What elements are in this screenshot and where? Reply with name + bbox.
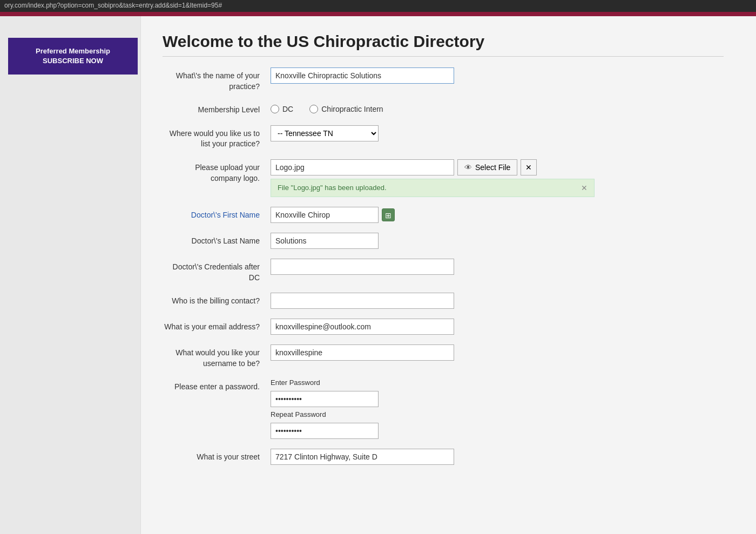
password-field: Enter Password Repeat Password xyxy=(271,378,595,439)
last-name-field xyxy=(271,233,595,249)
username-input[interactable] xyxy=(271,344,454,361)
subscribe-button[interactable]: Preferred Membership SUBSCRIBE NOW xyxy=(8,38,138,75)
last-name-input[interactable] xyxy=(271,233,379,249)
logo-upload-label: Please upload your company logo. xyxy=(163,159,271,184)
repeat-password-input[interactable] xyxy=(271,423,379,439)
username-field xyxy=(271,344,595,361)
credentials-input[interactable] xyxy=(271,259,454,275)
select-file-button[interactable]: 👁 Select File xyxy=(457,159,517,175)
billing-field xyxy=(271,293,595,309)
membership-level-field: DC Chiropractic Intern xyxy=(271,102,595,113)
username-label: What would you like your username to be? xyxy=(163,344,271,369)
billing-label: Who is the billing contact? xyxy=(163,293,271,307)
last-name-row: Doctor\'s Last Name xyxy=(163,233,724,249)
street-field xyxy=(271,449,595,465)
practice-name-input[interactable] xyxy=(271,67,454,84)
practice-name-field xyxy=(271,67,595,84)
credentials-row: Doctor\'s Credentials after DC xyxy=(163,259,724,283)
email-input[interactable] xyxy=(271,319,454,335)
last-name-label: Doctor\'s Last Name xyxy=(163,233,271,247)
first-name-label: Doctor\'s First Name xyxy=(163,207,271,221)
clear-file-button[interactable]: ✕ xyxy=(521,159,537,175)
logo-upload-field: 👁 Select File ✕ File "Logo.jpg" has been… xyxy=(271,159,595,197)
logo-filename-input[interactable] xyxy=(271,159,454,175)
billing-input[interactable] xyxy=(271,293,454,309)
top-bar xyxy=(0,12,756,16)
radio-dc-input[interactable] xyxy=(271,105,279,113)
password-label: Please enter a password. xyxy=(163,378,271,393)
tooltip-icon[interactable]: ⊞ xyxy=(382,208,395,221)
location-label: Where would you like us to list your pra… xyxy=(163,125,271,150)
email-row: What is your email address? xyxy=(163,319,724,335)
sidebar: Preferred Membership SUBSCRIBE NOW xyxy=(0,16,140,534)
membership-level-label: Membership Level xyxy=(163,102,271,116)
repeat-password-label: Repeat Password xyxy=(271,410,595,418)
first-name-input[interactable] xyxy=(271,207,379,223)
first-name-field: ⊞ xyxy=(271,207,595,223)
street-label: What is your street xyxy=(163,449,271,463)
radio-intern[interactable]: Chiropractic Intern xyxy=(309,105,383,113)
logo-upload-row: Please upload your company logo. 👁 Selec… xyxy=(163,159,724,197)
url-bar: ory.com/index.php?option=com_sobipro&tas… xyxy=(0,0,756,12)
location-field: -- Tennessee TN xyxy=(271,125,595,141)
state-select[interactable]: -- Tennessee TN xyxy=(271,125,379,141)
street-row: What is your street xyxy=(163,449,724,465)
upload-success-banner: File "Logo.jpg" has been uploaded. ✕ xyxy=(271,179,595,197)
page-title: Welcome to the US Chiropractic Directory xyxy=(163,32,724,57)
password-row: Please enter a password. Enter Password … xyxy=(163,378,724,439)
practice-name-label: What\'s the name of your practice? xyxy=(163,67,271,92)
street-input[interactable] xyxy=(271,449,454,465)
eye-icon: 👁 xyxy=(464,163,472,172)
main-content: Welcome to the US Chiropractic Directory… xyxy=(140,16,756,534)
radio-intern-input[interactable] xyxy=(309,105,318,113)
credentials-label: Doctor\'s Credentials after DC xyxy=(163,259,271,283)
radio-dc[interactable]: DC xyxy=(271,105,293,113)
credentials-field xyxy=(271,259,595,275)
email-field xyxy=(271,319,595,335)
close-success-button[interactable]: ✕ xyxy=(581,184,588,192)
username-row: What would you like your username to be? xyxy=(163,344,724,369)
location-row: Where would you like us to list your pra… xyxy=(163,125,724,150)
upload-controls: 👁 Select File ✕ xyxy=(271,159,595,175)
first-name-row: Doctor\'s First Name ⊞ xyxy=(163,207,724,223)
membership-level-row: Membership Level DC Chiropractic Intern xyxy=(163,102,724,116)
password-group: Enter Password Repeat Password xyxy=(271,378,595,439)
enter-password-label: Enter Password xyxy=(271,378,595,387)
email-label: What is your email address? xyxy=(163,319,271,333)
password-input[interactable] xyxy=(271,391,379,407)
membership-radio-group: DC Chiropractic Intern xyxy=(271,102,595,113)
practice-name-row: What\'s the name of your practice? xyxy=(163,67,724,92)
billing-row: Who is the billing contact? xyxy=(163,293,724,309)
